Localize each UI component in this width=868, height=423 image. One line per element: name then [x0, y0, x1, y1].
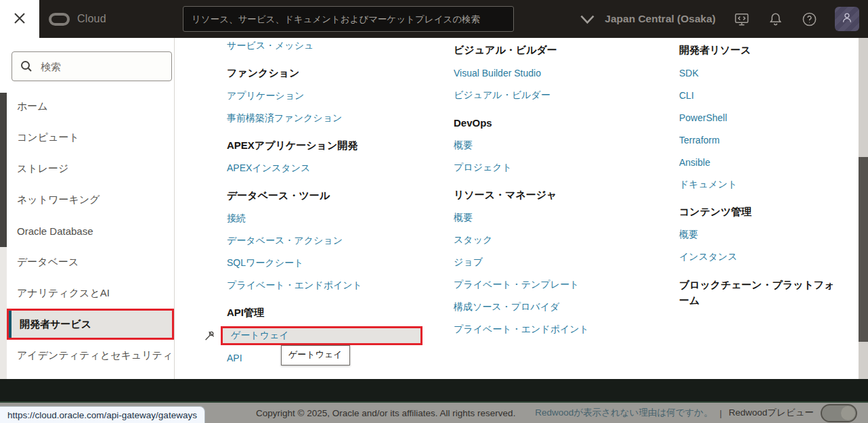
gateways-link-label: ゲートウェイ [231, 330, 289, 342]
footer-separator: | [720, 408, 722, 418]
menu-header-visual-builder: ビジュアル・ビルダー [454, 39, 665, 62]
developer-services-menu-panel: サービス・メッシュ ファンクション アプリケーション 事前構築済ファンクション … [175, 38, 859, 379]
sidebar-item-analytics-ai[interactable]: アナリティクスとAI [7, 277, 174, 309]
menu-column-3: 開発者リソース SDK CLI PowerShell Terraform Ans… [679, 38, 842, 308]
menu-header-apex: APEXアプリケーション開発 [227, 135, 430, 157]
menu-link-apex-instances[interactable]: APEXインスタンス [227, 157, 430, 179]
menu-link-cm-overview[interactable]: 概要 [679, 223, 842, 246]
menu-link-instances[interactable]: インスタンス [679, 246, 842, 268]
close-menu-button[interactable] [0, 0, 39, 38]
menu-header-content-management: コンテンツ管理 [679, 201, 842, 223]
person-icon [840, 11, 854, 27]
menu-link-prebuilt-functions[interactable]: 事前構築済ファンクション [227, 107, 430, 129]
region-selector[interactable]: Japan Central (Osaka) [579, 11, 716, 27]
global-search-input[interactable] [183, 6, 514, 32]
brand-label: Cloud [77, 13, 106, 25]
menu-header-resource-manager: リソース・マネージャ [454, 184, 665, 206]
menu-link-cli[interactable]: CLI [679, 84, 842, 106]
menu-header-developer-resources: 開発者リソース [679, 39, 842, 62]
menu-header-api-management: API管理 [227, 302, 430, 324]
menu-link-config-source-providers[interactable]: 構成ソース・プロバイダ [454, 296, 665, 318]
pin-icon[interactable] [204, 330, 215, 342]
toggle-knob [841, 406, 855, 420]
menu-link-sql-worksheet[interactable]: SQLワークシート [227, 252, 430, 274]
region-label: Japan Central (Osaka) [605, 13, 716, 25]
menu-link-visual-builder[interactable]: ビジュアル・ビルダー [454, 84, 665, 106]
redwood-preview-toggle[interactable] [821, 404, 857, 422]
menu-link-gateways-highlighted[interactable]: ゲートウェイ ゲートウェイ [221, 326, 422, 345]
top-bar-controls: Japan Central (Osaka) [579, 0, 859, 38]
redwood-question-link[interactable]: Redwoodが表示されない理由は何ですか。 [535, 407, 712, 419]
sidebar-item-database[interactable]: データベース [7, 246, 174, 277]
sidebar-search [12, 51, 170, 81]
brand[interactable]: Cloud [49, 0, 106, 38]
menu-header-functions: ファンクション [227, 62, 430, 85]
sidebar-scrollbar-thumb[interactable] [0, 93, 7, 247]
menu-link-rm-overview[interactable]: 概要 [454, 206, 665, 229]
sidebar-item-storage[interactable]: ストレージ [7, 153, 174, 184]
footer-right-group: Redwoodが表示されない理由は何ですか。 | Redwoodプレビュー [535, 403, 857, 423]
help-icon[interactable] [801, 11, 817, 27]
page-scrollbar[interactable] [859, 38, 868, 379]
menu-link-jobs[interactable]: ジョブ [454, 251, 665, 273]
menu-link-private-endpoints[interactable]: プライベート・エンドポイント [227, 274, 430, 296]
menu-link-ansible[interactable]: Ansible [679, 151, 842, 173]
top-bar: Cloud Japan Central (Osaka) [0, 0, 868, 38]
menu-link-terraform[interactable]: Terraform [679, 129, 842, 151]
sidebar-item-developer-services[interactable]: 開発者サービス [7, 309, 174, 340]
notifications-bell-icon[interactable] [767, 11, 783, 27]
menu-link-devops-overview[interactable]: 概要 [454, 134, 665, 156]
copyright-text: Copyright © 2025, Oracle and/or its affi… [256, 403, 515, 423]
main-nav-sidebar: ホーム コンピュート ストレージ ネットワーキング Oracle Databas… [7, 38, 175, 379]
menu-link-rm-private-endpoints[interactable]: プライベート・エンドポイント [454, 318, 665, 340]
oracle-logo-icon [49, 13, 70, 26]
menu-link-powershell[interactable]: PowerShell [679, 106, 842, 129]
oracle-cloud-console: Cloud Japan Central (Osaka) [0, 0, 868, 423]
menu-link-connections[interactable]: 接続 [227, 207, 430, 229]
sidebar-item-oracle-database[interactable]: Oracle Database [7, 215, 174, 246]
sidebar-item-label: 開発者サービス [20, 318, 91, 331]
menu-link-documentation[interactable]: ドキュメント [679, 173, 842, 196]
profile-avatar[interactable] [835, 7, 859, 31]
sidebar-item-networking[interactable]: ネットワーキング [7, 184, 174, 215]
menu-link-database-actions[interactable]: データベース・アクション [227, 229, 430, 252]
menu-link-private-templates[interactable]: プライベート・テンプレート [454, 273, 665, 296]
chevron-down-icon [579, 11, 595, 27]
sidebar-item-compute[interactable]: コンピュート [7, 122, 174, 153]
sidebar-item-identity-security[interactable]: アイデンティティとセキュリティ [7, 340, 174, 371]
selected-accent-bar [9, 311, 12, 338]
sidebar-item-home[interactable]: ホーム [7, 91, 174, 122]
background-content-band [0, 379, 868, 403]
menu-link-sdk[interactable]: SDK [679, 62, 842, 84]
menu-header-blockchain-platform: ブロックチェーン・プラットフォーム [679, 273, 842, 308]
menu-column-1: サービス・メッシュ ファンクション アプリケーション 事前構築済ファンクション … [227, 38, 430, 369]
gateways-tooltip: ゲートウェイ [281, 345, 350, 365]
menu-link-projects[interactable]: プロジェクト [454, 156, 665, 179]
menu-header-devops: DevOps [454, 112, 665, 134]
page-scrollbar-thumb[interactable] [859, 157, 868, 342]
sidebar-scrollbar[interactable] [0, 93, 7, 379]
sidebar-search-input[interactable] [12, 51, 172, 81]
menu-link-stacks[interactable]: スタック [454, 229, 665, 251]
close-icon [12, 10, 28, 28]
redwood-preview-label: Redwoodプレビュー [729, 407, 814, 419]
menu-column-2: ビジュアル・ビルダー Visual Builder Studio ビジュアル・ビ… [454, 38, 665, 340]
menu-header-database-tools: データベース・ツール [227, 185, 430, 207]
menu-link-visual-builder-studio[interactable]: Visual Builder Studio [454, 62, 665, 84]
browser-status-url: https://cloud.oracle.com/api-gateway/gat… [0, 406, 205, 423]
cloud-shell-icon[interactable] [733, 11, 750, 27]
menu-link-applications[interactable]: アプリケーション [227, 85, 430, 107]
